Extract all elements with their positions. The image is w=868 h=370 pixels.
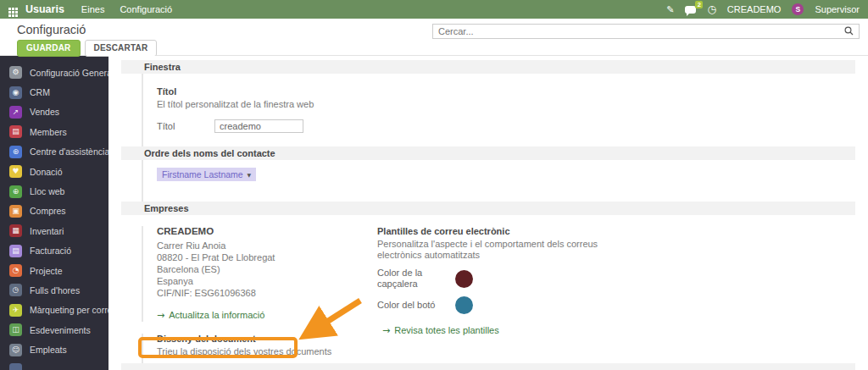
name-order-select[interactable]: Firstname Lastname ▼ (157, 168, 256, 181)
link-arrow-icon: → (157, 310, 164, 321)
gear-icon: ⚙ (9, 66, 22, 79)
name-order-selected-value: Firstname Lastname (162, 169, 243, 179)
avatar[interactable]: S (792, 3, 804, 15)
sidebar-item-centre-assistencia[interactable]: ⊛ Centre d'assistència (0, 142, 108, 162)
menu-eines[interactable]: Eines (81, 4, 105, 14)
donation-icon: ♥ (9, 165, 22, 178)
section-header-contact-order: Ordre dels noms del contacte (121, 146, 855, 160)
sidebar-item-marqueting-per-correu[interactable]: ✈ Màrqueting per correu (0, 301, 108, 320)
control-panel: Configuració GUARDAR DESCARTAR (0, 19, 868, 56)
activity-clock-icon[interactable]: ◷ (707, 4, 715, 14)
search-icon[interactable] (844, 24, 854, 39)
events-calendar-icon: ◫ (9, 323, 22, 336)
purchase-basket-icon: ▣ (9, 205, 22, 218)
mail-templates-title: Plantilles de correu electrònic (377, 226, 855, 236)
menu-configuracio[interactable]: Configuració (120, 4, 172, 14)
sidebar-item-fulls-dhores[interactable]: ◷ Fulls d'hores (0, 280, 108, 300)
update-info-link[interactable]: → Actualitza la informació (157, 310, 264, 321)
document-layout-description: Trieu la disposició dels vostres documen… (157, 346, 365, 356)
sidebar-item-donacio[interactable]: ♥ Donació (0, 162, 108, 181)
project-icon: ◔ (9, 264, 22, 277)
members-card-icon: ▤ (9, 125, 22, 138)
sidebar-item-lloc-web[interactable]: ⊕ Lloc web (0, 181, 108, 201)
discard-button[interactable]: DESCARTAR (85, 40, 158, 57)
link-arrow-icon: → (382, 325, 390, 336)
mail-templates-block: Plantilles de correu electrònic Personal… (377, 226, 855, 370)
chevron-down-icon: ▼ (247, 172, 251, 178)
crm-icon: ◉ (9, 86, 22, 99)
sidebar-item-compres[interactable]: ▣ Compres (0, 202, 108, 221)
company-address-line: Espanya (157, 275, 365, 287)
search-bar (432, 24, 860, 39)
sidebar-item-members[interactable]: ▤ Members (0, 122, 108, 141)
timesheet-clock-icon: ◷ (9, 284, 22, 296)
app-icon (9, 363, 22, 370)
company-address-line: Carrer Riu Anoia (157, 240, 365, 251)
company-address: Carrer Riu Anoia08820 - El Prat De Llobr… (157, 240, 365, 299)
breadcrumb: Configuració (17, 23, 86, 36)
company-card: CREADEMO Carrer Riu Anoia08820 - El Prat… (142, 226, 365, 322)
sidebar-item-empleats[interactable]: ☺ Empleats (0, 340, 108, 359)
email-marketing-icon: ✈ (9, 304, 22, 317)
sidebar-item-configuracio-general[interactable]: ⚙ Configuració General (0, 63, 108, 82)
setting-block-contact-order: Firstname Lastname ▼ (142, 160, 855, 202)
search-input[interactable] (438, 26, 844, 36)
helpdesk-lifebuoy-icon: ⊛ (9, 146, 22, 158)
next-section-header-partial (121, 363, 855, 370)
sales-chart-icon: ↗ (9, 106, 22, 119)
sidebar: ⚙ Configuració General ◉ CRM ↗ Vendes ▤ … (0, 56, 108, 370)
company-address-line: Barcelona (ES) (157, 263, 365, 275)
employees-icon: ☺ (9, 344, 22, 356)
sidebar-item-partial[interactable] (0, 360, 108, 370)
website-globe-icon: ⊕ (9, 185, 22, 198)
messages-icon[interactable]: 2 (685, 6, 696, 14)
titol-field-label: Títol (157, 121, 214, 131)
header-color-swatch[interactable] (455, 270, 473, 288)
review-templates-link[interactable]: → Revisa totes les plantilles (382, 325, 499, 336)
sidebar-item-crm[interactable]: ◉ CRM (0, 82, 108, 102)
company-address-line: CIF/NIF: ESG61096368 (157, 287, 365, 299)
invoicing-icon: ▤ (9, 245, 22, 257)
section-header-finestra: Finestra (121, 60, 855, 74)
section-header-empreses: Empreses (121, 202, 855, 215)
sidebar-item-projecte[interactable]: ◔ Projecte (0, 261, 108, 280)
sidebar-item-esdeveniments[interactable]: ◫ Esdeveniments (0, 320, 108, 340)
mail-templates-description: Personalitza l'aspecte i el comportament… (377, 239, 636, 261)
app-title[interactable]: Usuaris (25, 3, 64, 15)
sidebar-item-vendes[interactable]: ↗ Vendes (0, 102, 108, 122)
apps-grid-icon[interactable] (8, 5, 18, 14)
company-switcher[interactable]: CREADEMO (727, 4, 782, 14)
edit-pencil-icon[interactable]: ✎ (666, 4, 674, 15)
company-address-line: 08820 - El Prat De Llobregat (157, 251, 365, 263)
settings-content: Finestra Títol El títol personalitzat de… (108, 56, 868, 370)
inventory-icon: ▦ (9, 224, 22, 237)
button-color-swatch[interactable] (455, 296, 473, 314)
sidebar-item-inventari[interactable]: ▦ Inventari (0, 221, 108, 240)
setting-block-window-title: Títol El títol personalitzat de la fines… (142, 74, 855, 146)
chat-badge: 2 (695, 1, 703, 8)
titol-input[interactable] (214, 119, 303, 133)
save-button[interactable]: GUARDAR (17, 40, 81, 57)
setting-description: El títol personalitzat de la finestra we… (157, 99, 855, 109)
company-name: CREADEMO (157, 226, 365, 236)
button-color-label: Color del botó (377, 300, 455, 311)
user-menu[interactable]: Supervisor (815, 4, 860, 14)
setting-title: Títol (157, 86, 855, 97)
sidebar-item-facturacio[interactable]: ▤ Facturació (0, 241, 108, 261)
top-navbar: Usuaris Eines Configuració ✎ 2 ◷ CREADEM… (0, 0, 868, 19)
header-color-label: Color de la capçalera (377, 268, 455, 290)
document-layout-title: Disseny del document (157, 334, 365, 344)
